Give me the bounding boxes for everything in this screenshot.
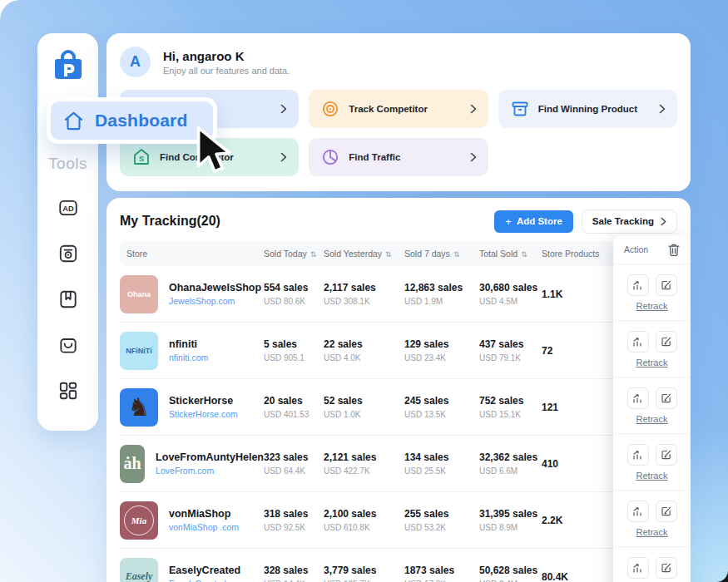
quick-card-label: Find Winning Product <box>538 104 637 114</box>
store-link[interactable]: vonMiaShop .com <box>169 522 239 532</box>
store-link[interactable]: EaselyCreated .com <box>169 579 248 582</box>
chart-stats-button[interactable] <box>627 387 649 409</box>
retrack-link[interactable]: Retrack <box>636 301 668 311</box>
chart-icon <box>632 506 644 517</box>
dashboard-nav-tooltip[interactable]: Dashboard <box>47 97 217 144</box>
chevron-right-icon <box>659 104 666 114</box>
sold-yesterday-usd: USD 610.8K <box>324 523 404 532</box>
sold-yesterday-usd: USD 308.1K <box>324 297 404 306</box>
sort-icon: ⇅ <box>521 250 527 259</box>
store-link[interactable]: LoveFrom.com <box>156 466 264 476</box>
sold-yesterday-value: 2,117 sales <box>324 282 404 293</box>
add-store-button[interactable]: + Add Store <box>494 210 573 233</box>
chart-stats-button[interactable] <box>627 501 649 522</box>
table-row[interactable]: Ohana OhanaJewelsShop JewelsShop.com 554… <box>120 266 677 323</box>
ad-tool-icon[interactable]: AD <box>57 197 79 219</box>
greeting-subtitle: Enjoy all our features and data. <box>163 66 290 76</box>
category-grid-icon[interactable] <box>57 380 79 402</box>
shop-bag-icon[interactable] <box>57 334 79 356</box>
tracker-target-icon[interactable] <box>57 243 79 264</box>
sold-today-usd: USD 905.1 <box>264 353 324 363</box>
sold-yesterday-usd: USD 4.0K <box>324 353 404 363</box>
store-logo: ♞ <box>120 388 158 427</box>
total-sold-usd: USD 4.5M <box>479 297 542 306</box>
col-total-sold[interactable]: Total Sold⇅ <box>479 249 542 259</box>
sold-today-usd: USD 64.4K <box>264 466 324 476</box>
app-logo-bag-p-icon[interactable] <box>51 48 86 83</box>
store-logo: Easely <box>120 558 158 582</box>
col-sold-today[interactable]: Sold Today⇅ <box>264 249 324 259</box>
edit-note-button[interactable] <box>656 331 677 353</box>
store-name: nfiniti <box>169 338 208 350</box>
sold-7days-value: 129 sales <box>404 338 479 350</box>
store-logo: Mia <box>120 501 158 540</box>
quick-card-find-traffic[interactable]: Find Traffic <box>309 138 488 176</box>
svg-text:AD: AD <box>62 205 74 213</box>
store-name: LoveFromAuntyHelen <box>156 451 264 463</box>
quick-card-track-competitor[interactable]: Track Competitor <box>309 90 488 128</box>
chart-stats-button[interactable] <box>627 557 649 579</box>
bookmark-book-icon[interactable] <box>57 289 79 310</box>
sold-7days-usd: USD 13.5K <box>404 410 479 419</box>
table-row[interactable]: Mia vonMiaShop vonMiaShop .com 318 sales… <box>120 492 677 549</box>
table-row[interactable]: ♞ StickerHorse StickerHorse.com 20 sales… <box>120 379 677 436</box>
chart-stats-button[interactable] <box>627 274 649 296</box>
edit-note-button[interactable] <box>656 274 677 296</box>
quick-card-find-winning-product[interactable]: Find Winning Product <box>498 90 677 128</box>
edit-note-button[interactable] <box>656 557 677 579</box>
col-sold-7-days[interactable]: Sold 7 days⇅ <box>404 249 479 259</box>
sold-yesterday-value: 22 sales <box>324 338 404 350</box>
plus-icon: + <box>505 215 512 228</box>
sold-today-usd: USD 92.5K <box>264 523 324 532</box>
user-avatar[interactable]: A <box>120 47 151 77</box>
retrack-link[interactable]: Retrack <box>636 527 668 537</box>
action-row: Retrack <box>613 491 691 547</box>
table-row[interactable]: Easely EaselyCreated EaselyCreated .com … <box>120 549 677 582</box>
sold-yesterday-value: 2,121 sales <box>324 451 404 463</box>
retrack-link[interactable]: Retrack <box>636 414 668 424</box>
store-link[interactable]: StickerHorse.com <box>169 409 238 419</box>
shopify-house-icon: S <box>131 147 151 167</box>
chevron-right-icon <box>470 104 477 114</box>
tracking-title: My Tracking(20) <box>120 214 220 229</box>
edit-note-button[interactable] <box>656 387 677 409</box>
sold-7days-value: 1873 sales <box>404 565 479 576</box>
total-sold-value: 30,680 sales <box>479 282 542 293</box>
sold-yesterday-value: 3,779 sales <box>324 565 404 576</box>
sale-tracking-button[interactable]: Sale Tracking <box>582 210 677 234</box>
chart-icon <box>632 336 644 348</box>
chart-stats-button[interactable] <box>627 331 649 353</box>
total-sold-value: 752 sales <box>479 395 542 407</box>
sort-icon: ⇅ <box>385 250 392 259</box>
retrack-link[interactable]: Retrack <box>636 358 668 367</box>
chart-icon <box>632 279 644 291</box>
retrack-link[interactable]: Retrack <box>636 471 668 481</box>
sold-7days-value: 134 sales <box>404 451 479 463</box>
dashboard-nav-label: Dashboard <box>95 111 188 131</box>
sold-today-value: 328 sales <box>264 565 324 576</box>
action-row: Retrack <box>613 264 691 321</box>
sold-7days-value: 12,863 sales <box>404 282 479 293</box>
chart-stats-button[interactable] <box>627 444 649 466</box>
empty-grid-cell <box>498 138 677 176</box>
quick-card-label: Find Traffic <box>349 152 400 162</box>
action-row: Retrack <box>613 434 691 491</box>
sold-today-value: 20 sales <box>264 395 324 407</box>
sold-7days-usd: USD 23.4K <box>404 353 479 363</box>
edit-note-button[interactable] <box>656 501 677 522</box>
store-link[interactable]: nfiniti.com <box>169 353 208 363</box>
svg-text:S: S <box>139 155 144 163</box>
sold-7days-usd: USD 1.9M <box>404 297 479 306</box>
action-rows: Retrack Retrack <box>613 264 691 582</box>
table-header-row: Store Sold Today⇅ Sold Yesterday⇅ Sold 7… <box>120 241 677 266</box>
table-row[interactable]: NFiNiTi nfiniti nfiniti.com 5 salesUSD 9… <box>120 323 677 379</box>
action-column-panel: Action Ret <box>613 235 691 582</box>
col-sold-yesterday[interactable]: Sold Yesterday⇅ <box>324 249 404 259</box>
edit-note-button[interactable] <box>656 444 677 466</box>
table-row[interactable]: ȧh LoveFromAuntyHelen LoveFrom.com 323 s… <box>120 436 677 492</box>
tools-section-label: Tools <box>48 155 87 173</box>
sold-7days-value: 255 sales <box>404 508 479 520</box>
trash-icon[interactable] <box>668 244 680 256</box>
store-link[interactable]: JewelsShop.com <box>169 296 261 306</box>
sold-today-value: 5 sales <box>264 338 324 350</box>
